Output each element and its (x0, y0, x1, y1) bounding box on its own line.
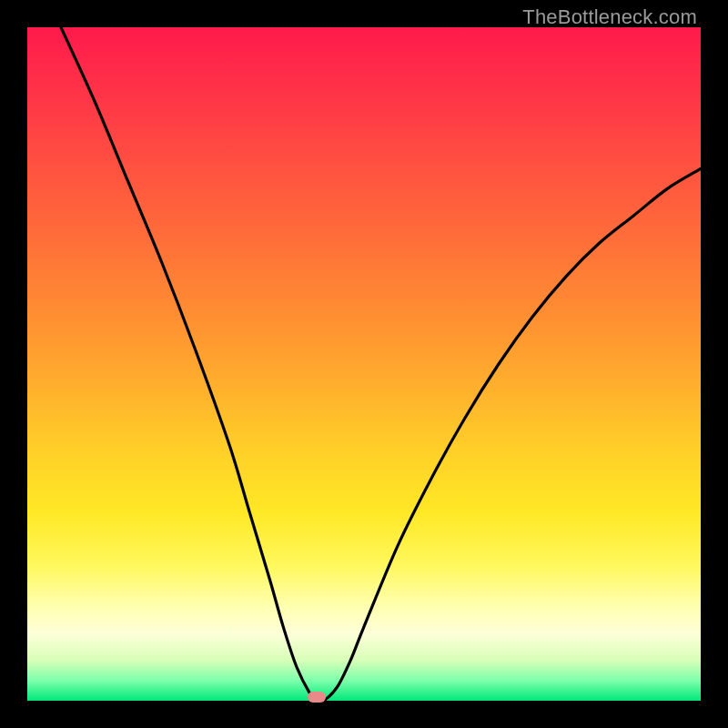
bottleneck-curve (61, 27, 701, 701)
curve-svg (27, 27, 701, 701)
chart-frame: TheBottleneck.com (0, 0, 728, 728)
min-marker (308, 692, 326, 703)
watermark-text: TheBottleneck.com (522, 5, 697, 29)
plot-area (27, 27, 701, 701)
